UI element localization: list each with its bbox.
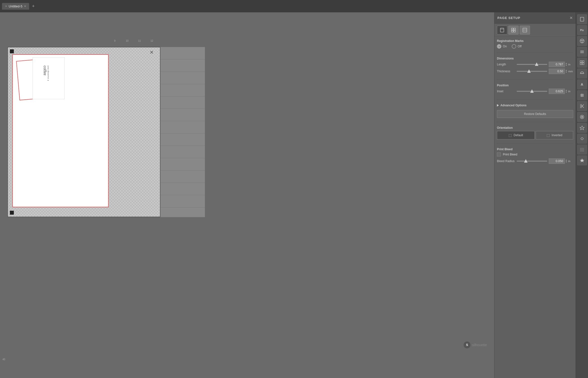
sidebar-page-icon-btn[interactable]: [577, 14, 587, 24]
svg-point-32: [581, 116, 583, 118]
toolbar-button-2[interactable]: [508, 26, 519, 35]
tab-close-icon[interactable]: ✕: [24, 5, 26, 8]
orientation-default-button[interactable]: ⬚ Default: [497, 131, 535, 139]
thickness-slider[interactable]: [517, 69, 547, 74]
svg-rect-18: [580, 61, 582, 62]
inset-spin[interactable]: ▲ ▼: [565, 89, 567, 93]
length-slider[interactable]: [517, 62, 547, 67]
radio-off[interactable]: Off: [512, 44, 522, 49]
top-ruler: 9 10 11 12: [109, 39, 158, 42]
svg-rect-34: [581, 137, 583, 140]
length-label: Length: [497, 63, 517, 66]
sidebar-layers-icon-btn[interactable]: [577, 112, 587, 122]
bleed-radius-spin[interactable]: ▲ ▼: [565, 159, 567, 163]
sidebar-lines-icon-btn[interactable]: [577, 47, 587, 57]
orientation-inverted-icon: ⬚: [547, 133, 550, 137]
svg-rect-19: [582, 61, 584, 62]
tab-untitled5[interactable]: ✕ Untitled-5 ✕: [2, 3, 29, 10]
grid-line: [160, 72, 205, 72]
position-label: Position: [497, 84, 573, 87]
orientation-inverted-button[interactable]: ⬚ Inverted: [536, 131, 573, 139]
length-slider-track: [517, 64, 547, 65]
inset-spin-down[interactable]: ▼: [565, 91, 567, 93]
sidebar-half-circle-icon-btn[interactable]: [577, 69, 587, 78]
ruler-num-9: 9: [109, 39, 121, 42]
toolbar-button-1[interactable]: [497, 26, 507, 35]
cutting-mat: ✕ you deserve a coffee: [7, 47, 160, 217]
thickness-spin-down[interactable]: ▼: [565, 71, 567, 73]
grid-icon: [511, 28, 516, 33]
reg-mark-bottom-left: [10, 211, 14, 215]
sidebar-hash-icon-btn[interactable]: [577, 90, 587, 100]
thickness-slider-track: [517, 71, 547, 72]
title-bar: ✕ Untitled-5 ✕ +: [0, 0, 588, 12]
svg-point-27: [580, 104, 582, 106]
bleed-radius-slider[interactable]: [517, 159, 547, 164]
bleed-radius-label: Bleed Radius: [497, 159, 517, 163]
bleed-radius-unit: in: [568, 160, 573, 163]
svg-rect-2: [511, 28, 513, 30]
layers-icon: [580, 114, 585, 119]
grid-sidebar-icon: [580, 60, 585, 65]
thickness-input[interactable]: [549, 69, 565, 74]
advanced-options-arrow-icon: [497, 104, 499, 107]
restore-defaults-button[interactable]: Restore Defaults: [497, 110, 573, 118]
sidebar-page-icon: [580, 17, 585, 22]
toolbar-button-3[interactable]: [520, 26, 530, 35]
svg-point-13: [582, 40, 583, 41]
radio-on[interactable]: On: [497, 44, 507, 49]
svg-rect-10: [580, 17, 584, 21]
grid-line: [160, 146, 205, 146]
inset-label: Inset: [497, 90, 517, 93]
thickness-spin[interactable]: ▲ ▼: [565, 69, 567, 73]
silhouette-circle-icon: S: [464, 341, 470, 348]
inset-slider[interactable]: [517, 89, 547, 94]
sidebar-pix-icon-btn[interactable]: Pix: [577, 25, 587, 35]
sidebar-text-icon-btn[interactable]: A: [577, 79, 587, 89]
sidebar-scissors-icon-btn[interactable]: [577, 101, 587, 111]
print-bleed-section: Print Bleed Print Bleed Bleed Radius: [497, 148, 573, 165]
registration-marks-label: Registration Marks: [497, 39, 573, 43]
inset-row: Inset ▲ ▼ in: [497, 89, 573, 94]
bleed-radius-spin-down[interactable]: ▼: [565, 161, 567, 163]
palette-icon: [580, 38, 585, 43]
inset-input[interactable]: [549, 89, 565, 94]
sidebar-diamond-icon-btn[interactable]: [577, 134, 587, 144]
canvas-area: 9 10 11 12 ▲ ✕ you deserve a: [0, 12, 494, 378]
radio-on-circle: [497, 44, 501, 49]
print-bleed-checkbox[interactable]: [497, 152, 501, 156]
add-tab-button[interactable]: +: [30, 3, 37, 10]
inset-slider-track: [517, 91, 547, 92]
panel-title: PAGE SETUP: [497, 16, 520, 20]
print-bleed-checkbox-label: Print Bleed: [503, 153, 517, 156]
length-input[interactable]: [549, 62, 565, 67]
panel-toolbar: [494, 24, 576, 37]
right-panel: PAGE SETUP ✕: [494, 12, 576, 378]
orientation-default-label: Default: [514, 133, 523, 137]
grid-line: [160, 170, 205, 170]
coffee-text: you deserve a coffee: [43, 66, 50, 81]
ruler-num-10: 10: [121, 39, 133, 42]
bleed-radius-input[interactable]: [549, 158, 565, 164]
advanced-options-toggle[interactable]: Advanced Options: [497, 104, 573, 107]
sidebar-grid-icon-btn[interactable]: [577, 58, 587, 68]
tab-label: Untitled-5: [9, 4, 22, 8]
panel-close-button[interactable]: ✕: [569, 16, 573, 20]
silhouette-text: silhouette: [472, 343, 487, 347]
orientation-default-icon: ⬚: [509, 133, 512, 137]
svg-rect-3: [514, 28, 515, 30]
bleed-radius-thumb: [524, 159, 528, 163]
svg-point-28: [580, 106, 582, 108]
sidebar-star2-icon-btn[interactable]: [577, 155, 587, 165]
length-spin-down[interactable]: ▼: [565, 64, 567, 66]
sidebar-pattern-icon-btn[interactable]: [577, 145, 587, 154]
sidebar-palette-icon-btn[interactable]: [577, 36, 587, 46]
svg-line-29: [582, 106, 584, 108]
grid-line: [160, 195, 205, 195]
length-spin[interactable]: ▲ ▼: [565, 62, 567, 66]
ruler-num-12: 12: [146, 39, 158, 42]
svg-rect-20: [580, 63, 582, 65]
grid-line: [160, 109, 205, 109]
sidebar-star-icon-btn[interactable]: [577, 123, 587, 133]
svg-rect-21: [582, 63, 584, 65]
